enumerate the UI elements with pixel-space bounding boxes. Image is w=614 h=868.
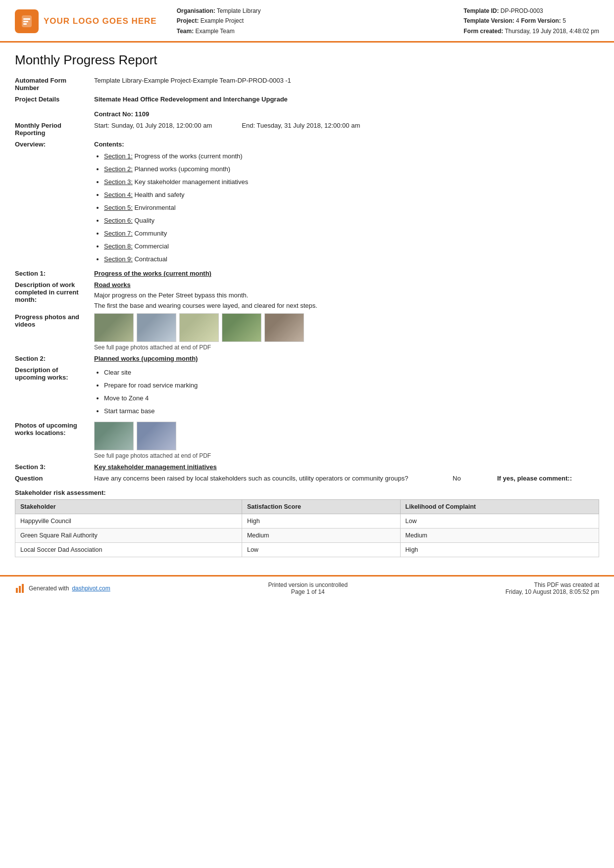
section3-title: Key stakeholder management initiatives bbox=[94, 461, 599, 473]
list-item: Section 5: Environmental bbox=[104, 201, 596, 214]
upcoming-photos-value: See full page photos attached at end of … bbox=[94, 420, 599, 461]
overview-row: Overview: Contents: Section 1: Progress … bbox=[15, 139, 599, 268]
section1-row: Section 1: Progress of the works (curren… bbox=[15, 268, 599, 279]
photos-caption: See full page photos attached at end of … bbox=[94, 344, 596, 351]
svg-rect-0 bbox=[23, 18, 30, 20]
question-text: Have any concerns been raised by local s… bbox=[94, 475, 438, 482]
section8-link[interactable]: Section 8: bbox=[104, 242, 133, 250]
project-label: Project: bbox=[177, 17, 199, 24]
header-meta-right: Template ID: DP-PROD-0003 Template Versi… bbox=[463, 6, 599, 36]
overview-label: Overview: bbox=[15, 139, 94, 268]
road-works-desc1: Major progress on the Peter Street bypas… bbox=[94, 291, 596, 299]
upcoming-works-list: Clear site Prepare for road service mark… bbox=[94, 366, 596, 418]
list-item: Start tarmac base bbox=[104, 405, 596, 418]
progress-photos-row: Progress photos and videos See full page… bbox=[15, 311, 599, 353]
section3-link[interactable]: Section 3: bbox=[104, 178, 133, 186]
list-item: Section 7: Community bbox=[104, 227, 596, 240]
progress-photos-label: Progress photos and videos bbox=[15, 311, 94, 353]
list-item: Section 2: Planned works (upcoming month… bbox=[104, 163, 596, 176]
template-version-value: 4 bbox=[516, 17, 519, 24]
contents-list: Section 1: Progress of the works (curren… bbox=[94, 150, 596, 266]
section1-label: Section 1: bbox=[15, 268, 94, 279]
logo-icon bbox=[15, 9, 39, 33]
form-created-value: Thursday, 19 July 2018, 4:48:02 pm bbox=[505, 28, 599, 35]
list-item: Section 4: Health and safety bbox=[104, 189, 596, 201]
table-row: Green Square Rail AuthorityMediumMedium bbox=[15, 529, 599, 543]
logo-area: YOUR LOGO GOES HERE bbox=[15, 9, 157, 33]
stk-cell: Low bbox=[242, 543, 400, 557]
project-details-row: Project Details Sitemate Head Office Red… bbox=[15, 94, 599, 120]
section2-title: Planned works (upcoming month) bbox=[94, 353, 599, 364]
upcoming-photos-caption: See full page photos attached at end of … bbox=[94, 452, 596, 459]
footer-generated-link[interactable]: dashpivot.com bbox=[72, 585, 110, 592]
list-item: Section 8: Commercial bbox=[104, 240, 596, 253]
form-version-value: 5 bbox=[563, 17, 566, 24]
section1-link[interactable]: Section 1: bbox=[104, 152, 133, 160]
list-item: Section 6: Quality bbox=[104, 214, 596, 227]
svg-rect-2 bbox=[23, 23, 27, 25]
logo-text: YOUR LOGO GOES HERE bbox=[44, 16, 157, 26]
photo-thumb bbox=[222, 313, 261, 342]
list-item: Prepare for road service marking bbox=[104, 379, 596, 392]
project-details-value: Sitemate Head Office Redevelopment and I… bbox=[94, 94, 599, 120]
footer-print-line1: Printed version is uncontrolled bbox=[268, 581, 348, 588]
desc-work-value: Road works Major progress on the Peter S… bbox=[94, 279, 599, 311]
form-version-label: Form Version: bbox=[521, 17, 561, 24]
question-content: Have any concerns been raised by local s… bbox=[94, 475, 596, 482]
logo-svg bbox=[19, 13, 35, 29]
stk-body: Happyville CouncilHighLowGreen Square Ra… bbox=[15, 514, 599, 557]
section1-title: Progress of the works (current month) bbox=[94, 268, 599, 279]
question-value: Have any concerns been raised by local s… bbox=[94, 473, 599, 484]
form-created-label: Form created: bbox=[463, 28, 503, 35]
photo-thumb bbox=[264, 313, 304, 342]
main-content: Monthly Progress Report Automated Form N… bbox=[0, 43, 614, 567]
photos-row bbox=[94, 313, 596, 342]
monthly-period-value: Start: Sunday, 01 July 2018, 12:00:00 am… bbox=[94, 120, 599, 139]
photo-thumb bbox=[179, 313, 219, 342]
section3-label: Section 3: bbox=[15, 461, 94, 473]
footer-created-line2: Friday, 10 August 2018, 8:05:52 pm bbox=[506, 588, 599, 595]
header-meta-left: Organisation: Template Library Project: … bbox=[177, 6, 261, 36]
report-title: Monthly Progress Report bbox=[15, 52, 599, 68]
stk-cell: Local Soccer Dad Association bbox=[15, 543, 242, 557]
svg-rect-1 bbox=[23, 21, 28, 22]
list-item: Clear site bbox=[104, 366, 596, 379]
template-version-label: Template Version: bbox=[463, 17, 514, 24]
list-item: Section 9: Contractual bbox=[104, 253, 596, 266]
team-label: Team: bbox=[177, 28, 194, 35]
footer-right: This PDF was created at Friday, 10 Augus… bbox=[506, 581, 599, 595]
template-id-label: Template ID: bbox=[463, 7, 499, 14]
upcoming-works-row: Description of upcoming works: Clear sit… bbox=[15, 364, 599, 420]
period-start: Start: Sunday, 01 July 2018, 12:00:00 am bbox=[94, 122, 212, 129]
question-answer: No bbox=[453, 475, 482, 482]
photo-thumb bbox=[137, 422, 176, 450]
contents-label: Contents: bbox=[94, 141, 596, 148]
stk-header-row: Stakeholder Satisfaction Score Likelihoo… bbox=[15, 500, 599, 514]
photo-thumb bbox=[137, 313, 176, 342]
stakeholder-table: Stakeholder Satisfaction Score Likelihoo… bbox=[15, 499, 599, 557]
section9-link[interactable]: Section 9: bbox=[104, 255, 133, 263]
stk-col1-header: Stakeholder bbox=[15, 500, 242, 514]
footer-left: Generated with dashpivot.com bbox=[15, 583, 110, 594]
section2-link[interactable]: Section 2: bbox=[104, 165, 133, 173]
page-footer: Generated with dashpivot.com Printed ver… bbox=[0, 575, 614, 600]
monthly-period-label: Monthly Period Reporting bbox=[15, 120, 94, 139]
footer-created-line1: This PDF was created at bbox=[506, 581, 599, 588]
footer-print-line2: Page 1 of 14 bbox=[268, 588, 348, 595]
section7-link[interactable]: Section 7: bbox=[104, 230, 133, 237]
template-id-value: DP-PROD-0003 bbox=[501, 7, 543, 14]
page-header: YOUR LOGO GOES HERE Organisation: Templa… bbox=[0, 0, 614, 43]
road-works-desc2: The first the base and wearing courses w… bbox=[94, 302, 596, 309]
header-meta: Organisation: Template Library Project: … bbox=[157, 6, 599, 36]
stk-cell: Medium bbox=[400, 529, 599, 543]
automated-form-value: Template Library-Example Project-Example… bbox=[94, 75, 599, 94]
stk-cell: Happyville Council bbox=[15, 514, 242, 529]
section4-link[interactable]: Section 4: bbox=[104, 191, 133, 198]
project-details-label: Project Details bbox=[15, 94, 94, 120]
table-row: Happyville CouncilHighLow bbox=[15, 514, 599, 529]
upcoming-works-value: Clear site Prepare for road service mark… bbox=[94, 364, 599, 420]
section5-link[interactable]: Section 5: bbox=[104, 204, 133, 211]
stk-cell: High bbox=[242, 514, 400, 529]
section6-link[interactable]: Section 6: bbox=[104, 217, 133, 224]
desc-work-label: Description of work completed in current… bbox=[15, 279, 94, 311]
